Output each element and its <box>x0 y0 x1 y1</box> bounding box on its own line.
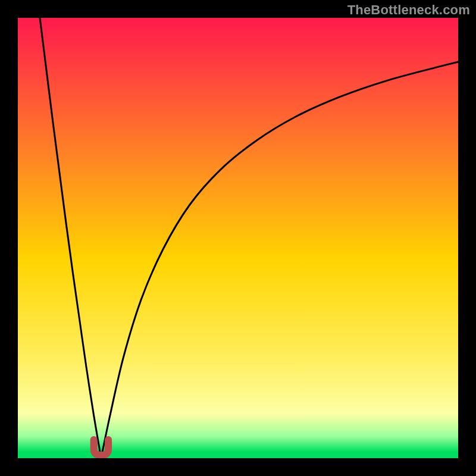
gradient-background <box>18 18 458 458</box>
watermark-text: TheBottleneck.com <box>347 2 470 18</box>
chart-frame: TheBottleneck.com <box>0 0 476 476</box>
bottleneck-chart <box>18 18 458 458</box>
